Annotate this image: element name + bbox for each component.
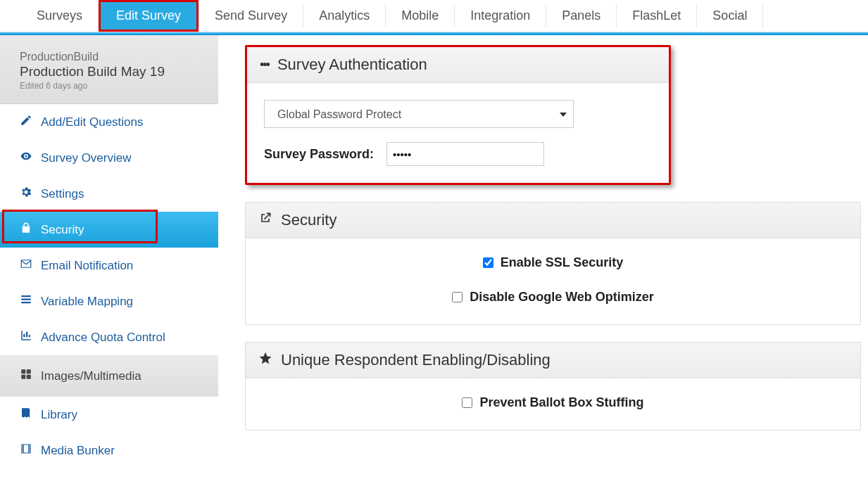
enable-ssl-checkbox[interactable] [483, 257, 493, 268]
top-nav: Surveys Edit Survey Send Survey Analytic… [0, 0, 868, 32]
ssl-row: Enable SSL Security [483, 255, 624, 270]
external-link-icon [258, 211, 272, 229]
tab-mobile[interactable]: Mobile [386, 0, 454, 32]
tab-surveys[interactable]: Surveys [21, 0, 98, 32]
sidebar-item-label: Add/Edit Questions [41, 115, 144, 129]
bar-chart-icon [20, 329, 32, 345]
page-title: Production Build May 19 [20, 64, 206, 79]
sidebar-item-label: Variable Mapping [41, 295, 133, 309]
tab-label: Edit Survey [116, 8, 181, 23]
ssl-label: Enable SSL Security [501, 255, 624, 270]
eye-icon [20, 150, 32, 166]
sidebar-item-email-notification[interactable]: Email Notification [0, 248, 218, 283]
list-icon [20, 293, 32, 309]
ballot-row: Prevent Ballot Box Stuffing [462, 395, 643, 410]
sidebar-section-images-multimedia[interactable]: Images/Multimedia [0, 355, 218, 397]
tab-label: Analytics [319, 8, 370, 23]
sidebar-item-label: Library [41, 408, 77, 422]
main-content: ••• Survey Authentication Global Passwor… [218, 35, 868, 468]
sidebar-item-add-edit-questions[interactable]: Add/Edit Questions [0, 104, 218, 140]
tab-label: Social [712, 8, 747, 23]
breadcrumb: ProductionBuild [20, 51, 206, 63]
annotation-highlight [2, 210, 158, 243]
sidebar-item-library[interactable]: Library [0, 397, 218, 433]
pencil-square-icon [20, 114, 32, 130]
sidebar-item-label: Settings [41, 187, 84, 201]
disable-gwo-checkbox[interactable] [452, 292, 463, 302]
tab-label: Surveys [37, 8, 82, 23]
tab-edit-survey[interactable]: Edit Survey [99, 0, 199, 32]
panel-unique-respondent: Unique Respondent Enabling/Disabling Pre… [245, 342, 861, 430]
book-icon [20, 407, 32, 423]
survey-password-label: Survey Password: [264, 147, 374, 162]
envelope-icon [20, 257, 32, 274]
sidebar-section-label: Images/Multimedia [41, 369, 141, 383]
tab-label: Panels [562, 8, 600, 23]
film-icon [20, 442, 32, 459]
prevent-ballot-stuffing-checkbox[interactable] [462, 397, 472, 408]
panel-survey-authentication: ••• Survey Authentication Global Passwor… [245, 45, 671, 185]
auth-mode-select[interactable]: Global Password Protect [264, 100, 574, 128]
panel-title: Unique Respondent Enabling/Disabling [281, 351, 551, 369]
grid-icon [20, 368, 32, 384]
ballot-label: Prevent Ballot Box Stuffing [479, 395, 643, 410]
panel-header: ••• Survey Authentication [247, 47, 669, 83]
sidebar: ProductionBuild Production Build May 19 … [0, 35, 218, 468]
tab-label: Mobile [401, 8, 439, 23]
panel-header: Unique Respondent Enabling/Disabling [246, 343, 860, 378]
tab-send-survey[interactable]: Send Survey [199, 0, 303, 32]
sidebar-item-advance-quota-control[interactable]: Advance Quota Control [0, 319, 218, 355]
tab-social[interactable]: Social [697, 0, 762, 32]
sidebar-header: ProductionBuild Production Build May 19 … [0, 35, 218, 104]
tab-label: FlashLet [632, 8, 681, 23]
sidebar-item-label: Survey Overview [41, 151, 131, 165]
sidebar-item-label: Advance Quota Control [41, 331, 165, 345]
sidebar-item-settings[interactable]: Settings [0, 176, 218, 212]
survey-password-input[interactable] [386, 142, 544, 166]
tab-analytics[interactable]: Analytics [303, 0, 385, 32]
panel-title: Survey Authentication [277, 56, 427, 74]
tab-flashlet[interactable]: FlashLet [617, 0, 696, 32]
gears-icon [20, 186, 32, 202]
sidebar-item-survey-overview[interactable]: Survey Overview [0, 140, 218, 176]
sidebar-item-label: Media Bunker [41, 444, 115, 458]
tab-panels[interactable]: Panels [546, 0, 616, 32]
star-icon [258, 351, 272, 369]
panel-header: Security [246, 203, 860, 238]
sidebar-item-label: Email Notification [41, 259, 133, 273]
gwo-row: Disable Google Web Optimizer [452, 290, 654, 305]
sidebar-item-security[interactable]: Security [0, 212, 218, 248]
tab-label: Integration [470, 8, 530, 23]
sidebar-item-variable-mapping[interactable]: Variable Mapping [0, 283, 218, 319]
panel-title: Security [281, 211, 336, 229]
tab-label: Send Survey [215, 8, 287, 23]
edited-ago: Edited 6 days ago [20, 81, 206, 91]
sidebar-item-media-bunker[interactable]: Media Bunker [0, 433, 218, 468]
password-dots-icon: ••• [260, 58, 269, 72]
tab-integration[interactable]: Integration [455, 0, 546, 32]
panel-security: Security Enable SSL Security Disable Goo… [245, 202, 861, 325]
gwo-label: Disable Google Web Optimizer [470, 290, 654, 305]
auth-mode-select-wrap: Global Password Protect [264, 100, 574, 128]
